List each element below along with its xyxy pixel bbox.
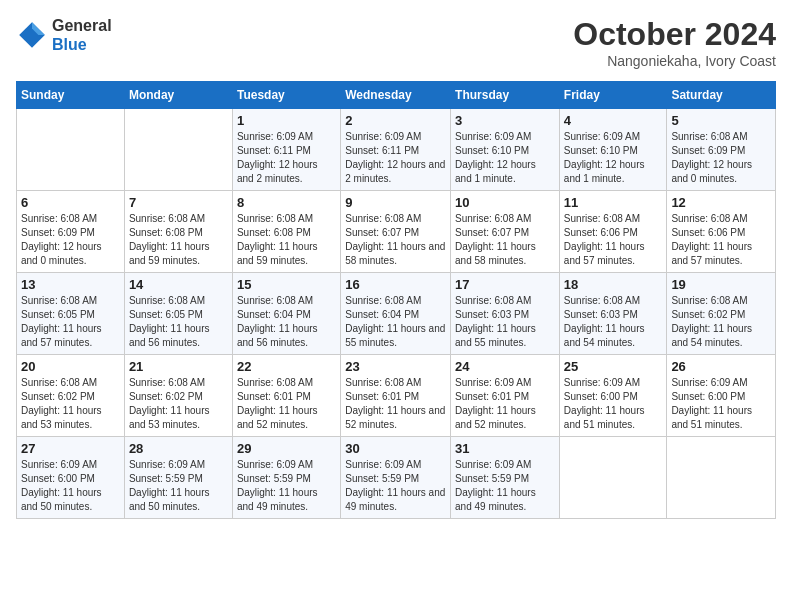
calendar-cell: 9Sunrise: 6:08 AM Sunset: 6:07 PM Daylig… — [341, 191, 451, 273]
day-number: 29 — [237, 441, 336, 456]
calendar-cell: 27Sunrise: 6:09 AM Sunset: 6:00 PM Dayli… — [17, 437, 125, 519]
day-number: 7 — [129, 195, 228, 210]
day-detail: Sunrise: 6:08 AM Sunset: 6:02 PM Dayligh… — [671, 294, 771, 350]
calendar-table: SundayMondayTuesdayWednesdayThursdayFrid… — [16, 81, 776, 519]
calendar-cell: 18Sunrise: 6:08 AM Sunset: 6:03 PM Dayli… — [559, 273, 667, 355]
day-detail: Sunrise: 6:09 AM Sunset: 6:10 PM Dayligh… — [564, 130, 663, 186]
calendar-week-row: 20Sunrise: 6:08 AM Sunset: 6:02 PM Dayli… — [17, 355, 776, 437]
day-number: 30 — [345, 441, 446, 456]
day-number: 17 — [455, 277, 555, 292]
header-sunday: Sunday — [17, 82, 125, 109]
calendar-cell: 11Sunrise: 6:08 AM Sunset: 6:06 PM Dayli… — [559, 191, 667, 273]
logo-text: General Blue — [52, 16, 112, 54]
day-detail: Sunrise: 6:08 AM Sunset: 6:01 PM Dayligh… — [237, 376, 336, 432]
day-number: 19 — [671, 277, 771, 292]
day-detail: Sunrise: 6:08 AM Sunset: 6:08 PM Dayligh… — [129, 212, 228, 268]
calendar-cell: 8Sunrise: 6:08 AM Sunset: 6:08 PM Daylig… — [232, 191, 340, 273]
day-number: 9 — [345, 195, 446, 210]
day-number: 10 — [455, 195, 555, 210]
header-monday: Monday — [124, 82, 232, 109]
day-detail: Sunrise: 6:08 AM Sunset: 6:07 PM Dayligh… — [345, 212, 446, 268]
day-detail: Sunrise: 6:08 AM Sunset: 6:06 PM Dayligh… — [671, 212, 771, 268]
day-detail: Sunrise: 6:09 AM Sunset: 6:01 PM Dayligh… — [455, 376, 555, 432]
day-detail: Sunrise: 6:09 AM Sunset: 5:59 PM Dayligh… — [129, 458, 228, 514]
calendar-cell: 6Sunrise: 6:08 AM Sunset: 6:09 PM Daylig… — [17, 191, 125, 273]
day-detail: Sunrise: 6:09 AM Sunset: 6:00 PM Dayligh… — [564, 376, 663, 432]
day-number: 13 — [21, 277, 120, 292]
day-detail: Sunrise: 6:08 AM Sunset: 6:03 PM Dayligh… — [564, 294, 663, 350]
title-block: October 2024 Nangoniekaha, Ivory Coast — [573, 16, 776, 69]
day-detail: Sunrise: 6:09 AM Sunset: 6:00 PM Dayligh… — [671, 376, 771, 432]
calendar-week-row: 1Sunrise: 6:09 AM Sunset: 6:11 PM Daylig… — [17, 109, 776, 191]
calendar-cell — [124, 109, 232, 191]
calendar-cell — [667, 437, 776, 519]
day-number: 20 — [21, 359, 120, 374]
day-detail: Sunrise: 6:08 AM Sunset: 6:01 PM Dayligh… — [345, 376, 446, 432]
calendar-cell: 24Sunrise: 6:09 AM Sunset: 6:01 PM Dayli… — [451, 355, 560, 437]
calendar-cell — [17, 109, 125, 191]
day-detail: Sunrise: 6:08 AM Sunset: 6:04 PM Dayligh… — [345, 294, 446, 350]
calendar-cell: 31Sunrise: 6:09 AM Sunset: 5:59 PM Dayli… — [451, 437, 560, 519]
calendar-cell — [559, 437, 667, 519]
day-number: 26 — [671, 359, 771, 374]
day-number: 8 — [237, 195, 336, 210]
location-subtitle: Nangoniekaha, Ivory Coast — [573, 53, 776, 69]
day-number: 11 — [564, 195, 663, 210]
calendar-cell: 28Sunrise: 6:09 AM Sunset: 5:59 PM Dayli… — [124, 437, 232, 519]
day-detail: Sunrise: 6:08 AM Sunset: 6:06 PM Dayligh… — [564, 212, 663, 268]
calendar-cell: 25Sunrise: 6:09 AM Sunset: 6:00 PM Dayli… — [559, 355, 667, 437]
calendar-cell: 17Sunrise: 6:08 AM Sunset: 6:03 PM Dayli… — [451, 273, 560, 355]
day-detail: Sunrise: 6:09 AM Sunset: 5:59 PM Dayligh… — [455, 458, 555, 514]
calendar-cell: 26Sunrise: 6:09 AM Sunset: 6:00 PM Dayli… — [667, 355, 776, 437]
day-detail: Sunrise: 6:09 AM Sunset: 6:10 PM Dayligh… — [455, 130, 555, 186]
day-number: 6 — [21, 195, 120, 210]
calendar-cell: 4Sunrise: 6:09 AM Sunset: 6:10 PM Daylig… — [559, 109, 667, 191]
day-number: 27 — [21, 441, 120, 456]
calendar-cell: 3Sunrise: 6:09 AM Sunset: 6:10 PM Daylig… — [451, 109, 560, 191]
day-number: 1 — [237, 113, 336, 128]
calendar-cell: 12Sunrise: 6:08 AM Sunset: 6:06 PM Dayli… — [667, 191, 776, 273]
header-friday: Friday — [559, 82, 667, 109]
header-tuesday: Tuesday — [232, 82, 340, 109]
calendar-cell: 14Sunrise: 6:08 AM Sunset: 6:05 PM Dayli… — [124, 273, 232, 355]
calendar-cell: 1Sunrise: 6:09 AM Sunset: 6:11 PM Daylig… — [232, 109, 340, 191]
calendar-header-row: SundayMondayTuesdayWednesdayThursdayFrid… — [17, 82, 776, 109]
day-number: 31 — [455, 441, 555, 456]
header-saturday: Saturday — [667, 82, 776, 109]
day-detail: Sunrise: 6:09 AM Sunset: 6:11 PM Dayligh… — [237, 130, 336, 186]
day-detail: Sunrise: 6:08 AM Sunset: 6:02 PM Dayligh… — [129, 376, 228, 432]
day-detail: Sunrise: 6:08 AM Sunset: 6:05 PM Dayligh… — [129, 294, 228, 350]
day-number: 5 — [671, 113, 771, 128]
month-title: October 2024 — [573, 16, 776, 53]
calendar-week-row: 6Sunrise: 6:08 AM Sunset: 6:09 PM Daylig… — [17, 191, 776, 273]
day-detail: Sunrise: 6:09 AM Sunset: 6:00 PM Dayligh… — [21, 458, 120, 514]
day-number: 21 — [129, 359, 228, 374]
day-detail: Sunrise: 6:09 AM Sunset: 5:59 PM Dayligh… — [345, 458, 446, 514]
logo-icon — [16, 19, 48, 51]
day-number: 15 — [237, 277, 336, 292]
day-detail: Sunrise: 6:08 AM Sunset: 6:05 PM Dayligh… — [21, 294, 120, 350]
calendar-cell: 15Sunrise: 6:08 AM Sunset: 6:04 PM Dayli… — [232, 273, 340, 355]
calendar-cell: 22Sunrise: 6:08 AM Sunset: 6:01 PM Dayli… — [232, 355, 340, 437]
day-detail: Sunrise: 6:09 AM Sunset: 5:59 PM Dayligh… — [237, 458, 336, 514]
day-detail: Sunrise: 6:08 AM Sunset: 6:09 PM Dayligh… — [671, 130, 771, 186]
day-detail: Sunrise: 6:08 AM Sunset: 6:04 PM Dayligh… — [237, 294, 336, 350]
day-detail: Sunrise: 6:09 AM Sunset: 6:11 PM Dayligh… — [345, 130, 446, 186]
day-number: 18 — [564, 277, 663, 292]
calendar-week-row: 13Sunrise: 6:08 AM Sunset: 6:05 PM Dayli… — [17, 273, 776, 355]
calendar-cell: 16Sunrise: 6:08 AM Sunset: 6:04 PM Dayli… — [341, 273, 451, 355]
calendar-cell: 7Sunrise: 6:08 AM Sunset: 6:08 PM Daylig… — [124, 191, 232, 273]
day-number: 2 — [345, 113, 446, 128]
calendar-cell: 10Sunrise: 6:08 AM Sunset: 6:07 PM Dayli… — [451, 191, 560, 273]
day-detail: Sunrise: 6:08 AM Sunset: 6:03 PM Dayligh… — [455, 294, 555, 350]
calendar-cell: 5Sunrise: 6:08 AM Sunset: 6:09 PM Daylig… — [667, 109, 776, 191]
logo: General Blue — [16, 16, 112, 54]
calendar-cell: 29Sunrise: 6:09 AM Sunset: 5:59 PM Dayli… — [232, 437, 340, 519]
calendar-cell: 23Sunrise: 6:08 AM Sunset: 6:01 PM Dayli… — [341, 355, 451, 437]
day-detail: Sunrise: 6:08 AM Sunset: 6:09 PM Dayligh… — [21, 212, 120, 268]
calendar-cell: 13Sunrise: 6:08 AM Sunset: 6:05 PM Dayli… — [17, 273, 125, 355]
day-number: 3 — [455, 113, 555, 128]
page-header: General Blue October 2024 Nangoniekaha, … — [16, 16, 776, 69]
day-number: 24 — [455, 359, 555, 374]
day-number: 16 — [345, 277, 446, 292]
